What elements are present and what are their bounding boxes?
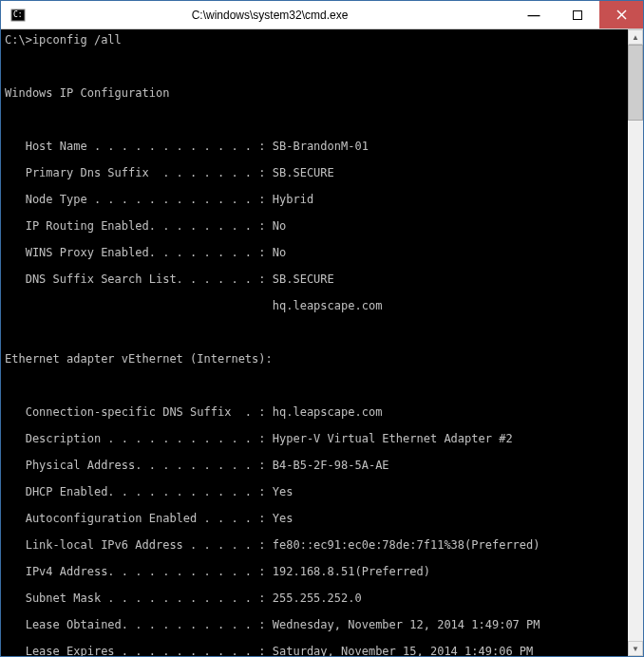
blank-line xyxy=(5,60,639,73)
scroll-up-button[interactable]: ▲ xyxy=(628,29,643,45)
eth-lease-expires: Lease Expires . . . . . . . . . . : Satu… xyxy=(5,645,639,656)
cmd-window: C: C:\windows\system32\cmd.exe — C:\>ipc… xyxy=(0,0,644,657)
dns-suffix-search-2: hq.leapscape.com xyxy=(5,299,639,312)
prompt-line: C:\>ipconfig /all xyxy=(5,33,639,47)
blank-line xyxy=(5,326,639,339)
ethernet-header: Ethernet adapter vEthernet (Internets): xyxy=(5,352,639,366)
node-type: Node Type . . . . . . . . . . . . : Hybr… xyxy=(5,193,639,206)
blank-line xyxy=(5,113,639,126)
scroll-down-button[interactable]: ▼ xyxy=(628,641,643,656)
window-controls: — xyxy=(512,1,643,28)
eth-lease-obtained: Lease Obtained. . . . . . . . . . : Wedn… xyxy=(5,618,639,631)
eth-ipv4: IPv4 Address. . . . . . . . . . . : 192.… xyxy=(5,565,639,578)
eth-physical-address: Physical Address. . . . . . . . . : B4-B… xyxy=(5,459,639,472)
maximize-button[interactable] xyxy=(556,1,599,28)
ip-routing: IP Routing Enabled. . . . . . . . : No xyxy=(5,219,639,233)
eth-description: Description . . . . . . . . . . . : Hype… xyxy=(5,432,639,445)
scrollbar-thumb[interactable] xyxy=(628,45,643,121)
minimize-button[interactable]: — xyxy=(512,1,556,28)
eth-link-local-ipv6: Link-local IPv6 Address . . . . . : fe80… xyxy=(5,538,639,552)
svg-text:C:: C: xyxy=(13,10,23,19)
eth-dhcp-enabled: DHCP Enabled. . . . . . . . . . . : Yes xyxy=(5,485,639,498)
cmd-icon: C: xyxy=(9,6,28,25)
blank-line xyxy=(5,379,639,392)
host-name: Host Name . . . . . . . . . . . . : SB-B… xyxy=(5,140,639,153)
eth-autoconfig: Autoconfiguration Enabled . . . . : Yes xyxy=(5,512,639,525)
eth-conn-dns: Connection-specific DNS Suffix . : hq.le… xyxy=(5,405,639,419)
dns-suffix-search: DNS Suffix Search List. . . . . . : SB.S… xyxy=(5,272,639,286)
primary-dns-suffix: Primary Dns Suffix . . . . . . . : SB.SE… xyxy=(5,166,639,179)
window-title: C:\windows\system32\cmd.exe xyxy=(28,9,512,22)
eth-subnet: Subnet Mask . . . . . . . . . . . : 255.… xyxy=(5,591,639,605)
close-button[interactable] xyxy=(599,1,643,28)
titlebar[interactable]: C: C:\windows\system32\cmd.exe — xyxy=(1,1,643,29)
console-output[interactable]: C:\>ipconfig /all Windows IP Configurati… xyxy=(1,29,643,656)
vertical-scrollbar[interactable]: ▲ ▼ xyxy=(628,29,643,656)
svg-rect-2 xyxy=(574,10,582,19)
section-header: Windows IP Configuration xyxy=(5,86,639,100)
wins-proxy: WINS Proxy Enabled. . . . . . . . : No xyxy=(5,246,639,259)
